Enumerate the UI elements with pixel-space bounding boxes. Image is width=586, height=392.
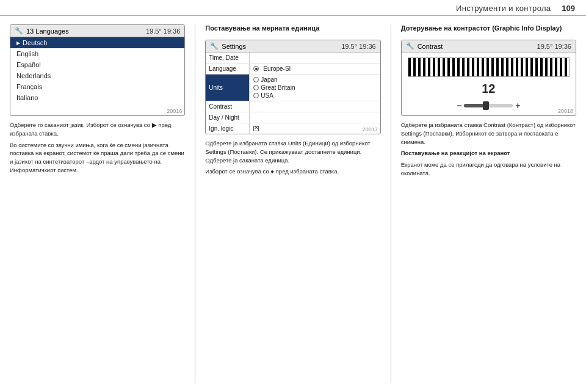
- settings-label: Day / Night: [206, 112, 250, 123]
- settings-screen-header: 🔧 Settings 19.5° 19:36: [206, 40, 380, 53]
- col3-body-text: Одберете ја избраната ставка Contrast (К…: [401, 121, 576, 181]
- settings-label: Units: [206, 74, 250, 101]
- col3-heading: Дотерување на контрастот (Graphic Info D…: [401, 24, 576, 32]
- settings-value: JapanGreat BritainUSA: [250, 74, 380, 101]
- language-screen-title: 13 Languages: [26, 27, 69, 35]
- contrast-value: 12: [408, 82, 570, 96]
- col1-body-text: Одберете го саканиот јазик. Изборот се о…: [10, 121, 185, 178]
- page-header: Инструменти и контрола 109: [0, 0, 586, 16]
- settings-value: [250, 53, 380, 63]
- lang-item[interactable]: Español: [10, 59, 184, 70]
- sub-item-label: Japan: [261, 76, 277, 83]
- col3-paragraph: Поставување на реакцијот на екранот: [401, 149, 576, 158]
- page-number: 109: [562, 4, 575, 13]
- lang-item[interactable]: Italiano: [10, 92, 184, 103]
- wrench-icon-3: 🔧: [406, 42, 414, 50]
- language-screen-footer: 20016: [167, 108, 182, 114]
- contrast-pattern: [408, 57, 570, 77]
- settings-screen-footer: 20017: [363, 126, 378, 132]
- slider-thumb[interactable]: [483, 101, 489, 110]
- radio-icon: [253, 93, 259, 98]
- settings-row[interactable]: Time, Date: [206, 53, 380, 63]
- settings-row[interactable]: LanguageEurope-SI: [206, 63, 380, 74]
- slider-plus-icon[interactable]: +: [515, 101, 520, 111]
- contrast-screen-status: 19.5° 19:36: [537, 43, 571, 50]
- sub-item-label: USA: [261, 92, 273, 99]
- col3-paragraph: Екранот може да се прилагоди да одговара…: [401, 161, 576, 178]
- col2-paragraph: Одберете ја избраната ставка Units (Един…: [205, 139, 380, 164]
- slider-track[interactable]: [464, 104, 513, 107]
- settings-screen-title: Settings: [222, 43, 246, 50]
- lang-item[interactable]: Français: [10, 81, 184, 92]
- settings-value: [250, 112, 380, 123]
- wrench-icon-2: 🔧: [210, 42, 219, 50]
- column-2: Поставување на мерната единица 🔧 Setting…: [205, 24, 380, 383]
- col2-paragraph: Изборот се означува со ● пред избраната …: [205, 167, 380, 176]
- language-list: DeutschEnglishEspañolNederlandsFrançaisI…: [10, 37, 184, 103]
- column-1: 🔧 13 Languages 19.5° 19:36 DeutschEnglis…: [10, 24, 185, 383]
- page-title: Инструменти и контрола: [456, 4, 551, 13]
- settings-screen-status: 19.5° 19:36: [341, 43, 375, 50]
- main-content: 🔧 13 Languages 19.5° 19:36 DeutschEnglis…: [0, 16, 586, 388]
- sub-item-label: Great Britain: [261, 84, 295, 91]
- col3-paragraph: Одберете ја избраната ставка Contrast (К…: [401, 121, 576, 146]
- settings-value: Europe-SI: [250, 64, 380, 74]
- divider-1: [195, 24, 195, 383]
- settings-label: Time, Date: [206, 53, 250, 63]
- contrast-controls: 12 − +: [402, 53, 576, 115]
- slider-minus-icon[interactable]: −: [457, 101, 461, 111]
- col2-heading: Поставување на мерната единица: [205, 24, 380, 32]
- lang-item[interactable]: Deutsch: [10, 37, 184, 48]
- contrast-slider[interactable]: − +: [408, 101, 570, 111]
- settings-row[interactable]: Contrast: [206, 101, 380, 112]
- radio-icon: [253, 66, 259, 71]
- radio-icon: [253, 77, 259, 82]
- lang-item[interactable]: English: [10, 48, 184, 59]
- settings-label: Language: [206, 64, 250, 74]
- contrast-screen: 🔧 Contrast 19.5° 19:36 12 − + 20018: [401, 40, 576, 116]
- settings-sub-item[interactable]: USA: [253, 92, 295, 100]
- contrast-screen-header: 🔧 Contrast 19.5° 19:36: [402, 40, 576, 53]
- col1-paragraph: Одберете го саканиот јазик. Изборот се о…: [10, 121, 185, 138]
- settings-label: Contrast: [206, 101, 250, 112]
- settings-screen: 🔧 Settings 19.5° 19:36 Time, DateLanguag…: [205, 40, 380, 134]
- settings-row[interactable]: UnitsJapanGreat BritainUSA: [206, 74, 380, 101]
- col2-body-text: Одберете ја избраната ставка Units (Един…: [205, 139, 380, 179]
- divider-2: [391, 24, 391, 383]
- col1-paragraph: Во системите со звучни имиња, кога ќе се…: [10, 141, 185, 175]
- settings-value: [250, 101, 380, 112]
- settings-label: Ign. logic: [206, 123, 250, 134]
- checkbox-icon[interactable]: [253, 126, 259, 131]
- radio-icon: [253, 85, 259, 90]
- language-screen-status: 19.5° 19:36: [146, 27, 180, 35]
- wrench-icon: 🔧: [15, 27, 23, 35]
- settings-value: [250, 123, 380, 134]
- settings-sub-item[interactable]: Great Britain: [253, 84, 295, 92]
- lang-item[interactable]: Nederlands: [10, 70, 184, 81]
- contrast-screen-title: Contrast: [418, 43, 443, 50]
- settings-row[interactable]: Day / Night: [206, 112, 380, 123]
- settings-sub-item[interactable]: Japan: [253, 76, 295, 84]
- language-screen-header: 🔧 13 Languages 19.5° 19:36: [10, 25, 184, 37]
- contrast-screen-footer: 20018: [558, 108, 573, 114]
- column-3: Дотерување на контрастот (Graphic Info D…: [401, 24, 576, 383]
- settings-table: Time, DateLanguageEurope-SIUnitsJapanGre…: [206, 53, 380, 134]
- value-label: Europe-SI: [263, 65, 291, 72]
- language-screen: 🔧 13 Languages 19.5° 19:36 DeutschEnglis…: [10, 24, 185, 116]
- settings-row[interactable]: Ign. logic: [206, 123, 380, 134]
